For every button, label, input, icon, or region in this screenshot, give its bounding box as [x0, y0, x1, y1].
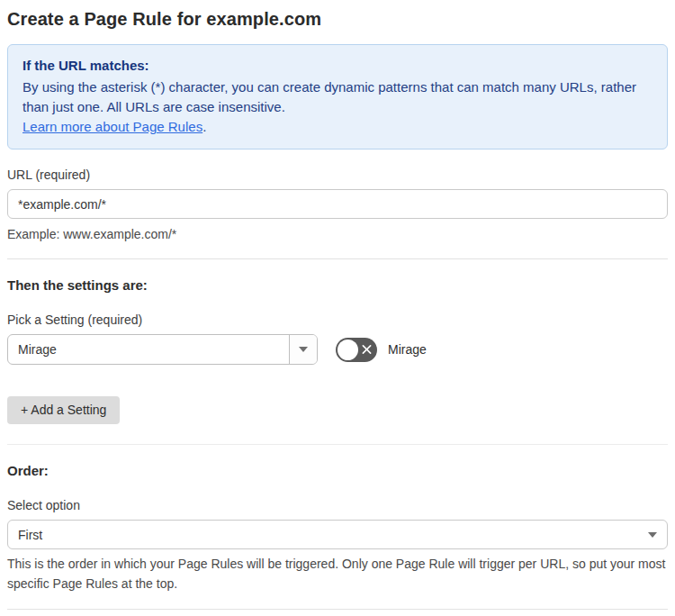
order-section-heading: Order: — [7, 463, 668, 478]
setting-picker-label: Pick a Setting (required) — [7, 313, 668, 327]
url-input[interactable] — [7, 189, 668, 219]
divider — [7, 444, 668, 445]
divider — [7, 258, 668, 259]
learn-more-link[interactable]: Learn more about Page Rules — [22, 119, 202, 134]
divider — [7, 609, 668, 610]
order-select-value: First — [18, 528, 648, 542]
url-match-info-box: If the URL matches: By using the asteris… — [7, 44, 668, 149]
link-suffix: . — [202, 119, 206, 134]
info-box-link-line: Learn more about Page Rules. — [22, 117, 652, 137]
x-icon — [362, 345, 372, 355]
info-box-heading: If the URL matches: — [22, 56, 652, 76]
chevron-down-icon — [648, 532, 657, 538]
toggle-knob — [338, 340, 358, 360]
mirage-toggle[interactable] — [336, 338, 377, 362]
order-select[interactable]: First — [7, 520, 668, 549]
url-helper-text: Example: www.example.com/* — [7, 225, 668, 243]
page-title: Create a Page Rule for example.com — [7, 9, 668, 30]
add-setting-button[interactable]: + Add a Setting — [7, 396, 120, 424]
url-field-label: URL (required) — [7, 168, 668, 182]
order-helper-text: This is the order in which your Page Rul… — [7, 554, 668, 593]
setting-select-arrow-button[interactable] — [289, 335, 317, 364]
setting-select-value: Mirage — [8, 335, 289, 364]
setting-select[interactable]: Mirage — [7, 334, 318, 365]
info-box-body: By using the asterisk (*) character, you… — [22, 77, 652, 117]
toggle-label: Mirage — [388, 342, 427, 357]
order-select-label: Select option — [7, 498, 668, 512]
chevron-down-icon — [299, 347, 308, 352]
settings-section-heading: Then the settings are: — [7, 277, 668, 293]
setting-row: Mirage Mirage — [7, 334, 668, 365]
